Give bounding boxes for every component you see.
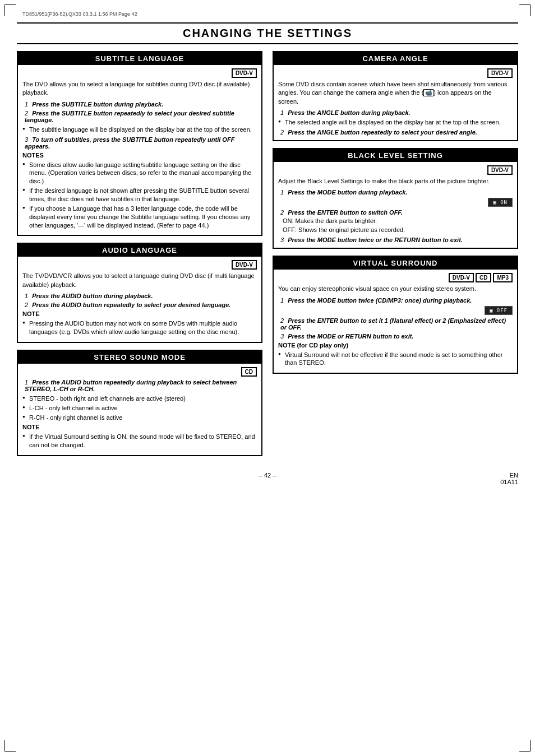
virtual-surround-badge-row: DVD-V CD MP3 [278,273,513,282]
stereo-bullet2: L-CH - only left channel is active [22,404,257,412]
footer-code: 01A11 [500,479,518,485]
black-level-step1: 1 Press the MODE button during playback. [278,189,513,196]
black-level-off-label: OFF: Shows the original picture as recor… [283,226,513,234]
camera-step1: 1 Press the ANGLE button during playback… [278,109,513,116]
stereo-bullet3: R-CH - only right channel is active [22,414,257,422]
audio-language-content: DVD-V The TV/DVD/VCR allows you to selec… [18,257,261,341]
subtitle-dvdv-badge: DVD-V [232,68,257,78]
virtual-surround-title: VIRTUAL SURROUND [274,257,517,270]
stereo-notes-list: If the Virtual Surround setting is ON, t… [22,433,257,449]
black-level-section: BLACK LEVEL SETTING DVD-V Adjust the Bla… [273,148,518,249]
camera-badge-row: DVD-V [278,68,513,78]
stereo-bullets: STEREO - both right and left channels ar… [22,395,257,422]
virtual-intro: You can enjoy stereophonic visual space … [278,285,513,293]
virtual-step3: 3 Press the MODE or RETURN button to exi… [278,333,513,340]
two-column-layout: SUBTITLE LANGUAGE DVD-V The DVD allows y… [17,51,518,463]
corner-mark-br [519,740,531,752]
audio-language-section: AUDIO LANGUAGE DVD-V The TV/DVD/VCR allo… [17,243,262,342]
virtual-surround-section: VIRTUAL SURROUND DVD-V CD MP3 You can en… [273,256,518,374]
black-level-badge-row: DVD-V [278,165,513,175]
camera-bullets: The selected angle will be displayed on … [278,118,513,127]
stereo-step1: 1 Press the AUDIO button repeatedly duri… [22,379,257,392]
display-on-indicator: ▣ ON [488,198,513,207]
camera-step2: 2 Press the ANGLE button repeatedly to s… [278,129,513,136]
virtual-note-label: NOTE (for CD play only) [278,342,513,349]
stereo-bullet1: STEREO - both right and left channels ar… [22,395,257,403]
virtual-note1: Virtual Surround will not be effective i… [278,351,513,368]
virtual-surround-content: DVD-V CD MP3 You can enjoy stereophonic … [274,270,517,373]
stereo-sound-content: CD 1 Press the AUDIO button repeatedly d… [18,364,261,455]
camera-bullet1: The selected angle will be displayed on … [278,118,513,127]
black-level-step3: 3 Press the MODE button twice or the RET… [278,236,513,243]
camera-dvdv-badge: DVD-V [487,68,513,78]
display-off-indicator: ▣ OFF [485,306,513,315]
audio-note-label: NOTE [22,310,257,317]
virtual-dvdv-badge: DVD-V [449,273,474,282]
corner-mark-tl [4,4,16,16]
subtitle-language-title: SUBTITLE LANGUAGE [18,52,261,65]
subtitle-intro: The DVD allows you to select a language … [22,80,257,98]
audio-badge-row: DVD-V [22,260,257,270]
stereo-sound-section: STEREO SOUND MODE CD 1 Press the AUDIO b… [17,350,262,456]
subtitle-step1: 1 Press the SUBTITLE button during playb… [22,101,257,108]
camera-intro: Some DVD discs contain scenes which have… [278,80,513,106]
display-bar-on: ▣ ON [278,198,513,207]
stereo-badge-row: CD [22,367,257,377]
subtitle-language-content: DVD-V The DVD allows you to select a lan… [18,65,261,235]
audio-step1: 1 Press the AUDIO button during playback… [22,293,257,299]
page-footer: – 42 – EN 01A11 [17,472,518,485]
subtitle-step2: 2 Press the SUBTITLE button repeatedly t… [22,110,257,123]
camera-angle-content: DVD-V Some DVD discs contain scenes whic… [274,65,517,140]
virtual-notes-list: Virtual Surround will not be effective i… [278,351,513,368]
corner-mark-tr [519,4,531,16]
subtitle-language-section: SUBTITLE LANGUAGE DVD-V The DVD allows y… [17,51,262,236]
virtual-step2: 2 Press the ENTER button to set it 1 (Na… [278,317,513,331]
audio-intro: The TV/DVD/VCR allows you to select a la… [22,272,257,289]
footer-lang: EN [510,472,518,479]
footer-right: EN 01A11 [351,472,518,485]
audio-note1: Pressing the AUDIO button may not work o… [22,319,257,336]
subtitle-note2: If the desired language is not shown aft… [22,187,257,203]
audio-language-title: AUDIO LANGUAGE [18,244,261,257]
subtitle-notes-list: Some discs allow audio language setting/… [22,161,257,230]
black-level-content: DVD-V Adjust the Black Level Settings to… [274,162,517,248]
subtitle-bullet1: The subtitle language will be displayed … [22,126,257,134]
subtitle-notes-label: NOTES [22,152,257,159]
subtitle-bullets: The subtitle language will be displayed … [22,126,257,134]
main-title: CHANGING THE SETTINGS [17,22,518,44]
file-info: TD851/951(P36-52).QX33 03.3.1 1:56 PM Pa… [22,11,518,17]
audio-step2: 2 Press the AUDIO button repeatedly to s… [22,302,257,308]
subtitle-note1: Some discs allow audio language setting/… [22,161,257,186]
page: TD851/951(P36-52).QX33 03.3.1 1:56 PM Pa… [0,0,535,756]
subtitle-note3: If you choose a Language that has a 3 le… [22,205,257,230]
stereo-note-label: NOTE [22,424,257,430]
camera-angle-section: CAMERA ANGLE DVD-V Some DVD discs contai… [273,51,518,141]
corner-mark-bl [4,740,16,752]
subtitle-badge-row: DVD-V [22,68,257,78]
virtual-mp3-badge: MP3 [493,273,513,282]
audio-dvdv-badge: DVD-V [232,260,257,270]
footer-spacer [17,472,184,485]
audio-notes-list: Pressing the AUDIO button may not work o… [22,319,257,336]
black-level-step2: 2 Press the ENTER button to switch OFF. [278,209,513,216]
black-level-dvdv-badge: DVD-V [487,165,513,175]
virtual-cd-badge: CD [476,273,491,282]
virtual-step1: 1 Press the MODE button twice (CD/MP3: o… [278,297,513,304]
black-level-intro: Adjust the Black Level Settings to make … [278,177,513,185]
black-level-title: BLACK LEVEL SETTING [274,149,517,162]
camera-angle-title: CAMERA ANGLE [274,52,517,65]
right-column: CAMERA ANGLE DVD-V Some DVD discs contai… [273,51,518,381]
subtitle-step3: 3 To turn off subtitles, press the SUBTI… [22,136,257,150]
stereo-cd-badge: CD [241,367,257,377]
page-number: – 42 – [184,472,351,485]
stereo-note1: If the Virtual Surround setting is ON, t… [22,433,257,449]
stereo-sound-title: STEREO SOUND MODE [18,351,261,364]
black-level-on-label: ON: Makes the dark parts brighter. [283,217,513,225]
display-bar-off: ▣ OFF [278,306,513,315]
left-column: SUBTITLE LANGUAGE DVD-V The DVD allows y… [17,51,262,463]
